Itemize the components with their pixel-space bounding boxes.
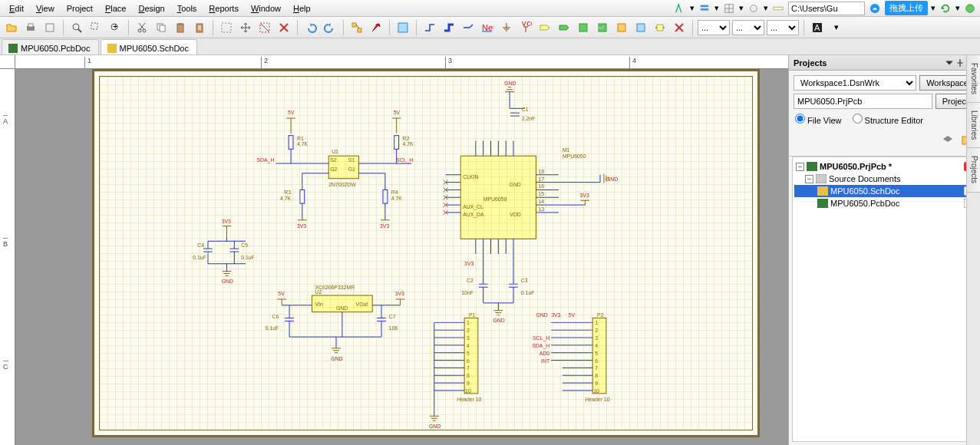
globe-icon[interactable] — [963, 2, 977, 15]
fileview-radio[interactable]: File View — [795, 114, 842, 125]
menu-edit[interactable]: Edit — [3, 2, 30, 15]
zoom-sel-icon[interactable]: + — [107, 19, 124, 36]
place-sheet-entry-icon[interactable] — [594, 19, 611, 36]
place-noerc-icon[interactable] — [671, 19, 688, 36]
collapse-icon[interactable]: − — [805, 175, 813, 183]
panel-pin-icon[interactable] — [955, 58, 965, 68]
svg-rect-54 — [8, 44, 18, 53]
layer-tool-icon[interactable] — [698, 2, 711, 15]
side-tab-libraries[interactable]: Libraries — [967, 103, 980, 148]
ruler-horizontal: 1 2 3 4 — [15, 55, 788, 69]
undo-icon[interactable] — [302, 19, 319, 36]
path-input[interactable]: C:\Users\Gu — [788, 2, 865, 15]
svg-rect-22 — [160, 25, 165, 31]
clear-filter-icon[interactable] — [276, 19, 292, 36]
browse-icon[interactable] — [394, 19, 411, 36]
preview-icon[interactable] — [41, 19, 58, 36]
place-vcc-icon[interactable]: Vcc — [517, 19, 534, 36]
menu-tools[interactable]: Tools — [171, 2, 203, 15]
deselect-icon[interactable] — [256, 19, 273, 36]
panel-title: Projects — [794, 58, 827, 68]
copy-icon[interactable] — [153, 19, 170, 36]
draw-tool-icon[interactable] — [673, 2, 687, 15]
open-icon[interactable] — [3, 19, 20, 36]
menu-dropdown-icon[interactable]: ▾ — [828, 19, 845, 36]
print-icon[interactable] — [22, 19, 39, 36]
svg-rect-45 — [618, 24, 625, 31]
panel-dropdown-icon[interactable] — [945, 58, 954, 68]
cut-icon[interactable] — [134, 19, 150, 36]
place-part-icon[interactable] — [652, 19, 668, 36]
rubber-stamp-icon[interactable] — [191, 19, 208, 36]
menu-help[interactable]: Help — [287, 2, 317, 15]
main-area: 1 2 3 4 A B C 5V 5V — [0, 55, 980, 445]
snap-tool-icon[interactable] — [747, 2, 761, 15]
svg-rect-31 — [352, 23, 356, 27]
collapse-icon[interactable]: − — [796, 163, 804, 171]
tab-pcb[interactable]: MPU6050.PcbDoc — [2, 39, 99, 54]
cloud-icon[interactable] — [868, 2, 882, 15]
folder-icon — [816, 174, 827, 183]
place-bus-entry-icon[interactable] — [460, 19, 477, 36]
side-tab-projects[interactable]: Projects — [967, 148, 980, 192]
toolbar-combo-1[interactable]: ... — [698, 20, 730, 35]
place-harness-icon[interactable] — [632, 19, 649, 36]
select-rect-icon[interactable] — [218, 19, 235, 36]
menu-design[interactable]: Design — [132, 2, 170, 15]
svg-rect-47 — [657, 25, 663, 31]
place-wire-icon[interactable] — [421, 19, 438, 36]
place-bus-icon[interactable] — [441, 19, 457, 36]
toolbar-combo-3[interactable]: ... — [767, 20, 799, 35]
menu-place[interactable]: Place — [99, 2, 133, 15]
altium-icon[interactable]: A — [809, 19, 826, 36]
svg-line-13 — [78, 29, 81, 32]
project-input[interactable] — [794, 94, 932, 109]
tree-root[interactable]: − MPU6050.PrjPcb * — [794, 160, 975, 173]
zoom-fit-icon[interactable] — [68, 19, 85, 36]
svg-rect-33 — [398, 23, 408, 32]
tab-sch[interactable]: MPU6050.SchDoc — [101, 39, 198, 54]
workspace-select[interactable]: Workspace1.DsnWrk — [794, 75, 916, 91]
menu-window[interactable]: Window — [245, 2, 287, 15]
svg-rect-14 — [91, 23, 97, 29]
tree-group[interactable]: − Source Documents — [794, 173, 975, 185]
svg-rect-55 — [107, 44, 117, 53]
panel-action1-icon[interactable] — [940, 133, 955, 148]
place-sheet-icon[interactable] — [575, 19, 592, 36]
svg-rect-43 — [579, 24, 587, 31]
svg-rect-306 — [817, 199, 828, 208]
upload-badge[interactable]: 拖拽上传 — [885, 1, 928, 15]
structure-radio[interactable]: Structure Editor — [853, 114, 923, 125]
place-gnd-icon[interactable] — [498, 19, 515, 36]
menu-view[interactable]: View — [30, 2, 61, 15]
sch-doc-icon — [107, 44, 117, 53]
svg-rect-303 — [816, 174, 827, 183]
project-tree[interactable]: − MPU6050.PrjPcb * − Source Documents MP… — [792, 157, 977, 442]
schematic-canvas[interactable]: 1 2 3 4 A B C 5V 5V — [0, 55, 788, 445]
side-tab-favorites[interactable]: Favorites — [967, 55, 980, 103]
svg-rect-46 — [637, 24, 645, 31]
menu-reports[interactable]: Reports — [203, 2, 245, 15]
refresh-icon[interactable] — [939, 2, 952, 15]
place-offsheet-icon[interactable] — [556, 19, 572, 36]
redo-icon[interactable] — [322, 19, 338, 36]
paste-icon[interactable] — [172, 19, 189, 36]
cross-probe-icon[interactable] — [368, 19, 384, 36]
menu-project[interactable]: Project — [61, 2, 99, 15]
tree-doc-pcb[interactable]: MPU6050.PcbDoc — [794, 197, 975, 209]
ruler-tool-icon[interactable] — [771, 2, 785, 15]
toolbar-combo-2[interactable]: ... — [732, 20, 764, 35]
tab-label: MPU6050.SchDoc — [120, 44, 190, 53]
hierarchy-up-icon[interactable] — [348, 19, 365, 36]
projects-panel: Projects Workspace1.DsnWrk Workspace Pro… — [788, 55, 980, 445]
schematic-sheet: 5V 5V R14.7K R24.7K SDA_H SCL_H S2 G2 — [92, 69, 760, 437]
tree-doc-sch[interactable]: MPU6050.SchDoc — [794, 185, 975, 197]
place-device-sheet-icon[interactable] — [613, 19, 630, 36]
svg-rect-301 — [807, 162, 817, 171]
place-netlabel-icon[interactable]: Net — [479, 19, 496, 36]
svg-rect-304 — [817, 186, 828, 196]
grid-tool-icon[interactable] — [722, 2, 736, 15]
move-icon[interactable] — [237, 19, 254, 36]
place-port-icon[interactable] — [536, 19, 553, 36]
zoom-area-icon[interactable] — [87, 19, 104, 36]
